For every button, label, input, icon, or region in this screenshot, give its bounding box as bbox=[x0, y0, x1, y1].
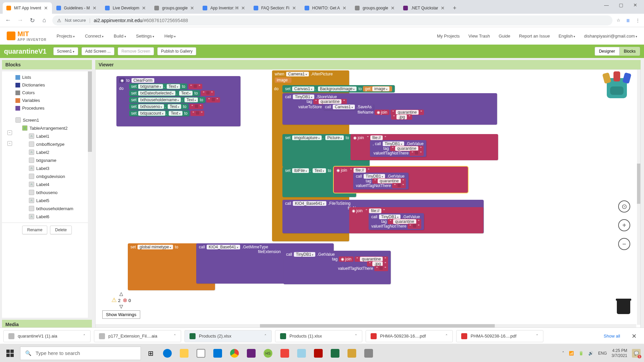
chevron-up-icon[interactable]: ˄ bbox=[536, 334, 538, 339]
close-tab-icon[interactable]: ✕ bbox=[342, 5, 347, 11]
extension-icon[interactable]: ⫼ bbox=[626, 18, 630, 23]
back-icon[interactable]: ← bbox=[4, 17, 12, 24]
home-icon[interactable]: ⌂ bbox=[40, 17, 48, 24]
browser-tab[interactable]: MIT App Invent✕ bbox=[3, 2, 52, 14]
block-set[interactable]: set txtDateofselected. Text to " " bbox=[129, 90, 238, 96]
download-item[interactable]: Products (2).xlsx˄ bbox=[184, 330, 272, 342]
chevron-up-icon[interactable]: ˄ bbox=[264, 334, 267, 339]
tree-item[interactable]: ALabel3 bbox=[15, 164, 92, 172]
palette-item[interactable]: Lists bbox=[15, 73, 92, 81]
h-scrollbar[interactable] bbox=[96, 324, 636, 327]
palette-item[interactable]: Dictionaries bbox=[15, 81, 92, 89]
view-trash-link[interactable]: View Trash bbox=[469, 34, 490, 39]
kebab-icon[interactable]: ⋮ bbox=[636, 18, 640, 23]
block-set[interactable]: set Canvas1. BackgroundImage to get imag… bbox=[282, 85, 395, 93]
block-procedure[interactable]: ◉ to ClearForm do set txtgsname. Text to… bbox=[116, 76, 240, 126]
task-view-icon[interactable]: ⊞ bbox=[143, 346, 158, 361]
browser-tab[interactable]: groups.google✕ bbox=[151, 2, 198, 14]
tree-item[interactable]: ALabel4 bbox=[15, 180, 92, 188]
blocks-tab[interactable]: Blocks bbox=[620, 47, 640, 56]
browser-tab[interactable]: HOWTO: Get A✕ bbox=[301, 2, 351, 14]
download-item[interactable]: p177_Extension_Fil....aia˄ bbox=[94, 330, 181, 342]
download-item[interactable]: Products (1).xlsx˄ bbox=[275, 330, 362, 342]
excel-icon[interactable] bbox=[327, 346, 343, 361]
close-tab-icon[interactable]: ✕ bbox=[292, 5, 297, 11]
maximize-icon[interactable]: ▢ bbox=[619, 2, 623, 8]
browser-tab[interactable]: .NET Quickstar✕ bbox=[399, 2, 449, 14]
zoom-in-icon[interactable]: + bbox=[618, 219, 630, 231]
tree-item[interactable]: txthouseno bbox=[15, 188, 92, 196]
start-button[interactable] bbox=[0, 344, 20, 362]
close-tab-icon[interactable]: ✕ bbox=[44, 5, 49, 11]
taskbar-search[interactable]: 🔍 Type here to search bbox=[20, 347, 141, 360]
add-screen-button[interactable]: Add Screen ... bbox=[82, 47, 114, 55]
forward-icon[interactable]: → bbox=[16, 17, 24, 24]
block-join-selected[interactable]: ◉ join " file:// " call TinyDB1 .GetValu… bbox=[334, 167, 468, 193]
omnibox[interactable]: ⚠ Not secure | ai2.appinventor.mit.edu/#… bbox=[52, 15, 612, 25]
show-all-link[interactable]: Show all bbox=[600, 331, 624, 341]
download-item[interactable]: quarantineV1 (1).aia˄ bbox=[3, 330, 91, 342]
menu-help[interactable]: Help bbox=[164, 34, 176, 39]
volume-icon[interactable]: 🔊 bbox=[588, 351, 593, 356]
block-call[interactable]: call TinyDB1 .StoreValue tag " quarantin… bbox=[282, 93, 497, 125]
scrollbar-thumb[interactable] bbox=[88, 71, 92, 152]
backpack-icon[interactable] bbox=[600, 71, 634, 102]
tray-chevron-icon[interactable]: ˄ bbox=[562, 351, 564, 356]
new-tab-button[interactable]: + bbox=[449, 2, 460, 14]
chrome-icon[interactable] bbox=[227, 346, 242, 361]
close-tab-icon[interactable]: ✕ bbox=[93, 5, 97, 11]
explorer-icon[interactable] bbox=[176, 346, 192, 361]
clock[interactable]: 4:25 PM3/7/2021 bbox=[611, 348, 627, 358]
zoom-out-icon[interactable]: − bbox=[618, 238, 630, 250]
acrobat-icon[interactable] bbox=[311, 346, 326, 361]
download-item[interactable]: PHMA-509238-16....pdf˄ bbox=[366, 330, 453, 342]
close-downloads-icon[interactable]: ✕ bbox=[628, 333, 641, 340]
tree-screen[interactable]: Screen1 bbox=[15, 116, 92, 124]
report-link[interactable]: Report an Issue bbox=[519, 34, 550, 39]
logo[interactable]: MITAPP INVENTOR bbox=[7, 30, 47, 42]
viewer-canvas[interactable]: ◉ to ClearForm do set txtgsname. Text to… bbox=[95, 69, 641, 329]
menu-connect[interactable]: Connect bbox=[85, 34, 104, 39]
app3-icon[interactable] bbox=[361, 346, 376, 361]
browser-tab[interactable]: groups.google✕ bbox=[351, 2, 399, 14]
block-set[interactable]: set txthouseholdername. Text to " " bbox=[129, 97, 238, 103]
close-window-icon[interactable]: ✕ bbox=[633, 2, 637, 8]
wifi-icon[interactable]: 📶 bbox=[569, 351, 574, 356]
chevron-up-icon[interactable]: ˄ bbox=[445, 334, 448, 339]
tree-item[interactable]: cmbofficertype bbox=[15, 140, 92, 148]
close-tab-icon[interactable]: ✕ bbox=[142, 5, 147, 11]
block-call[interactable]: call TinyDB1 .GetValue tag ◉ join " quar… bbox=[283, 251, 391, 284]
chevron-up-icon[interactable]: ˄ bbox=[174, 334, 176, 339]
anydesk-icon[interactable] bbox=[277, 346, 292, 361]
mail-icon[interactable] bbox=[210, 346, 225, 361]
tree-item[interactable]: txthouseholdernam bbox=[15, 204, 92, 213]
v-scrollbar[interactable] bbox=[637, 70, 640, 325]
tree-item[interactable]: cmbgsdevision bbox=[15, 172, 92, 180]
reload-icon[interactable]: ↻ bbox=[28, 17, 36, 24]
browser-tab[interactable]: FAQ Section: Fi✕ bbox=[250, 2, 300, 14]
block-set[interactable]: set txtgsname. Text to " " bbox=[129, 83, 238, 89]
language-dropdown[interactable]: English bbox=[558, 34, 575, 39]
browser-tab[interactable]: Guidelines - M✕ bbox=[53, 2, 101, 14]
app2-icon[interactable] bbox=[344, 346, 360, 361]
menu-build[interactable]: Build bbox=[114, 34, 126, 39]
close-tab-icon[interactable]: ✕ bbox=[441, 5, 445, 11]
palette-item[interactable]: Procedures bbox=[15, 104, 92, 112]
designer-tab[interactable]: Designer bbox=[595, 47, 620, 56]
close-tab-icon[interactable]: ✕ bbox=[391, 5, 395, 11]
browser-tab[interactable]: Live Developm✕ bbox=[101, 2, 150, 14]
rename-button[interactable]: Rename bbox=[22, 226, 47, 234]
trash-icon[interactable] bbox=[617, 299, 630, 315]
show-warnings-button[interactable]: Show Warnings bbox=[102, 310, 140, 319]
hs-icon[interactable]: HS bbox=[260, 346, 276, 361]
collapse-icon[interactable]: − bbox=[7, 141, 12, 146]
tree-table[interactable]: ⊞TableArrangement2 bbox=[15, 124, 92, 132]
store-icon[interactable] bbox=[193, 346, 209, 361]
chevron-up-icon[interactable]: ˄ bbox=[83, 334, 86, 339]
tree-item[interactable]: txtgsname bbox=[15, 156, 92, 164]
palette-item[interactable]: Variables bbox=[15, 97, 92, 104]
block-set[interactable]: set txthouseno. Text to " " bbox=[129, 104, 238, 110]
edge-icon[interactable] bbox=[160, 346, 175, 361]
warnings-widget[interactable]: △ ⚠ 2 ⊗ 0 ▽ Show Warnings bbox=[102, 291, 140, 319]
notepad-icon[interactable] bbox=[294, 346, 309, 361]
